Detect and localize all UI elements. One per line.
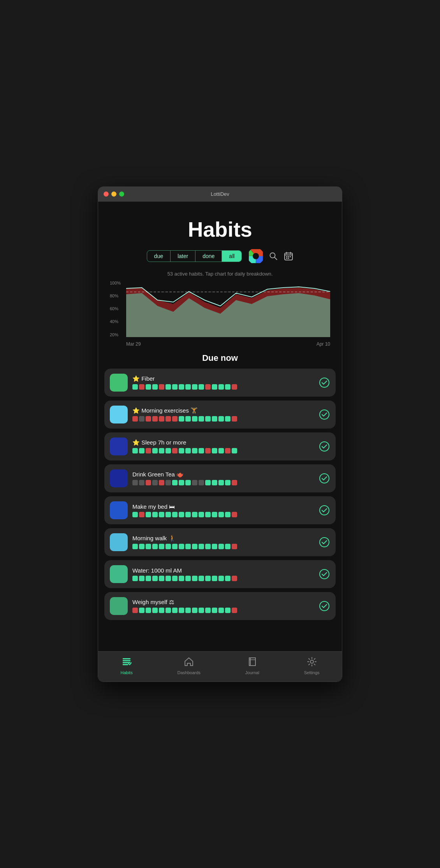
habit-item[interactable]: Water: 1000 ml AM xyxy=(104,560,336,588)
dot xyxy=(132,448,138,453)
filter-tab-due[interactable]: due xyxy=(147,251,171,262)
dot xyxy=(139,448,144,453)
habit-item[interactable]: Morning walk 🚶 xyxy=(104,528,336,556)
dot xyxy=(132,608,138,613)
habit-item[interactable]: Drink Green Tea 🫖 xyxy=(104,464,336,492)
habit-item[interactable]: Weigh myself ⚖ xyxy=(104,592,336,620)
dot xyxy=(205,384,211,390)
habit-color xyxy=(110,597,128,615)
check-icon[interactable] xyxy=(319,504,330,516)
minimize-button[interactable] xyxy=(111,192,116,197)
dot xyxy=(172,512,178,517)
dot xyxy=(212,576,217,581)
dot xyxy=(232,608,237,613)
dot xyxy=(205,608,211,613)
habit-name: ⭐ Sleep 7h or more xyxy=(132,439,314,446)
habit-color xyxy=(110,469,128,487)
dot xyxy=(185,416,191,422)
habit-item[interactable]: ⭐ Morning exercises 🏋 xyxy=(104,401,336,429)
dot xyxy=(152,544,158,549)
dot xyxy=(159,416,164,422)
check-icon[interactable] xyxy=(319,536,330,548)
dot xyxy=(179,544,184,549)
habit-name: Morning walk 🚶 xyxy=(132,535,314,542)
dot xyxy=(218,384,224,390)
habit-dots xyxy=(132,416,314,422)
nav-label-settings: Settings xyxy=(304,670,320,675)
filter-bar: due later done all xyxy=(98,249,342,263)
dot xyxy=(212,448,217,453)
dot xyxy=(132,384,138,390)
nav-item-settings[interactable]: Settings xyxy=(299,654,325,677)
habit-name: Water: 1000 ml AM xyxy=(132,567,314,574)
svg-point-33 xyxy=(310,660,313,663)
dot xyxy=(225,576,231,581)
dot xyxy=(165,576,171,581)
main-scroll[interactable]: Habits due later done all xyxy=(98,202,342,651)
nav-item-journal[interactable]: Journal xyxy=(240,654,265,677)
filter-tab-all[interactable]: all xyxy=(222,251,241,262)
habit-dots xyxy=(132,448,314,453)
chart-area[interactable] xyxy=(126,281,330,337)
dot xyxy=(199,512,204,517)
habit-color xyxy=(110,565,128,583)
dot xyxy=(218,480,224,485)
filter-tabs: due later done all xyxy=(147,250,242,262)
journal-icon xyxy=(247,657,257,669)
dot xyxy=(232,480,237,485)
habit-color xyxy=(110,533,128,551)
dot xyxy=(172,576,178,581)
check-icon[interactable] xyxy=(319,600,330,612)
habit-dots xyxy=(132,384,314,390)
nav-item-habits[interactable]: Habits xyxy=(115,654,138,677)
dot xyxy=(212,512,217,517)
habit-item[interactable]: ⭐ Fiber xyxy=(104,369,336,397)
dot xyxy=(225,384,231,390)
habit-name: Drink Green Tea 🫖 xyxy=(132,471,314,478)
dot xyxy=(146,416,151,422)
dot xyxy=(165,608,171,613)
search-button[interactable] xyxy=(269,252,278,260)
svg-point-23 xyxy=(320,442,329,451)
check-icon[interactable] xyxy=(319,568,330,580)
nav-label-journal: Journal xyxy=(245,670,259,675)
habit-item[interactable]: ⭐ Sleep 7h or more xyxy=(104,432,336,460)
filter-tab-later[interactable]: later xyxy=(171,251,195,262)
svg-point-22 xyxy=(320,410,329,419)
close-button[interactable] xyxy=(104,192,109,197)
dot xyxy=(139,512,144,517)
dot xyxy=(179,512,184,517)
dot xyxy=(192,384,197,390)
dot xyxy=(172,416,178,422)
check-icon[interactable] xyxy=(319,409,330,420)
check-icon[interactable] xyxy=(319,473,330,484)
dot xyxy=(172,608,178,613)
habit-item[interactable]: Make my bed 🛏 xyxy=(104,496,336,524)
dot xyxy=(212,544,217,549)
nav-item-dashboards[interactable]: Dashboards xyxy=(172,654,206,677)
dot xyxy=(152,448,158,453)
habit-dots xyxy=(132,608,314,613)
dot xyxy=(132,416,138,422)
dot xyxy=(218,416,224,422)
dot xyxy=(192,608,197,613)
calendar-button[interactable] xyxy=(284,251,293,261)
dot xyxy=(185,480,191,485)
chart-container[interactable]: 100% 80% 60% 40% 20% xyxy=(110,281,330,347)
habit-dots xyxy=(132,544,314,549)
filter-tab-done[interactable]: done xyxy=(195,251,222,262)
check-icon[interactable] xyxy=(319,441,330,452)
maximize-button[interactable] xyxy=(119,192,124,197)
svg-rect-12 xyxy=(288,256,289,257)
dot xyxy=(185,544,191,549)
svg-point-25 xyxy=(320,506,329,515)
chart-section[interactable]: 53 active habits. Tap chart for daily br… xyxy=(98,271,342,347)
app-content: Habits due later done all xyxy=(98,202,342,682)
dot xyxy=(146,384,151,390)
dot xyxy=(205,576,211,581)
page-title: Habits xyxy=(98,202,342,249)
dot xyxy=(152,384,158,390)
dot xyxy=(205,480,211,485)
check-icon[interactable] xyxy=(319,377,330,388)
donut-chart-button[interactable] xyxy=(249,249,263,263)
